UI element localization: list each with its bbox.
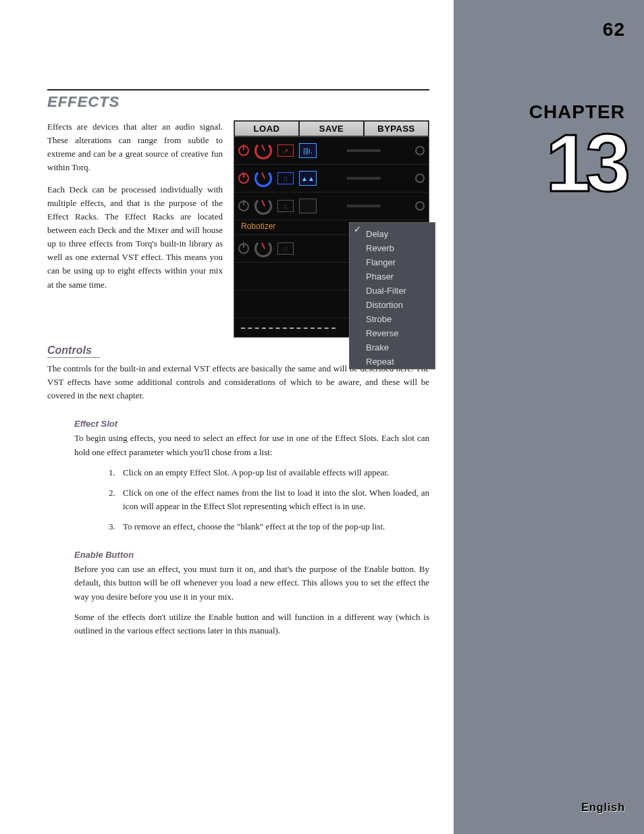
list-item: Click on one of the effect names from th… bbox=[117, 486, 429, 513]
list-item: To remove an effect, choose the "blank" … bbox=[117, 520, 429, 533]
tweak-bar[interactable] bbox=[347, 149, 381, 152]
ordered-steps: Click on an empty Effect Slot. A pop-up … bbox=[117, 466, 429, 534]
dropdown-item[interactable]: Flanger bbox=[350, 255, 435, 269]
route-icon[interactable]: ↗ bbox=[277, 145, 294, 157]
endcap-icon[interactable] bbox=[415, 174, 425, 183]
effect-slot[interactable]: |||ı. bbox=[299, 143, 317, 158]
route-icon[interactable]: ⎍ bbox=[277, 172, 294, 184]
chapter-number: 13 bbox=[529, 124, 625, 201]
dropdown-item[interactable]: Phaser bbox=[350, 269, 435, 284]
power-icon[interactable] bbox=[238, 243, 249, 254]
effect-slot-empty[interactable] bbox=[299, 199, 317, 213]
sidebar-top: 62 CHAPTER 13 bbox=[529, 19, 625, 201]
intro-text: Effects are devices that alter an audio … bbox=[47, 120, 223, 338]
dropdown-item[interactable]: Delay bbox=[350, 227, 435, 241]
dropdown-item[interactable]: Dual-Filter bbox=[350, 284, 435, 298]
save-button[interactable]: SAVE bbox=[299, 121, 364, 136]
route-icon[interactable]: ⎍ bbox=[277, 200, 294, 212]
chapter-block: CHAPTER 13 bbox=[529, 101, 625, 201]
list-item: Click on an empty Effect Slot. A pop-up … bbox=[117, 466, 429, 479]
paragraph: Some of the effects don't utilize the En… bbox=[74, 610, 429, 637]
tweak-bar[interactable] bbox=[347, 177, 381, 180]
paragraph: Each Deck can be processed individually … bbox=[47, 183, 223, 292]
tweak-bar[interactable] bbox=[347, 205, 381, 207]
subsection-heading: Controls bbox=[47, 344, 100, 358]
waveform-icon bbox=[241, 323, 336, 329]
power-icon[interactable] bbox=[238, 145, 249, 156]
load-button[interactable]: LOAD bbox=[234, 121, 299, 136]
effect-slot[interactable]: ▲▲ bbox=[299, 171, 317, 186]
endcap-icon[interactable] bbox=[415, 201, 425, 211]
section-title: EFFECTS bbox=[47, 93, 429, 111]
document-page: EFFECTS Effects are devices that alter a… bbox=[0, 0, 454, 834]
knob-icon[interactable] bbox=[254, 240, 272, 257]
effects-panel-figure: LOAD SAVE BYPASS ↗ |||ı. ⎍ ▲▲ bbox=[234, 120, 429, 338]
intro-row: Effects are devices that alter an audio … bbox=[47, 120, 429, 338]
page-number: 62 bbox=[529, 19, 625, 41]
dropdown-item[interactable]: Reverse bbox=[350, 326, 435, 340]
sidebar-column: 62 CHAPTER 13 English bbox=[454, 0, 644, 834]
fx-row-1: ↗ |||ı. bbox=[234, 137, 429, 165]
dropdown-item[interactable]: Distortion bbox=[350, 298, 435, 312]
endcap-icon[interactable] bbox=[415, 146, 425, 155]
minor-heading: Effect Slot bbox=[74, 419, 429, 429]
paragraph: Before you can use an effect, you must t… bbox=[74, 563, 429, 603]
knob-icon[interactable] bbox=[254, 170, 272, 187]
minor-heading: Enable Button bbox=[74, 550, 429, 560]
indented-block: Effect Slot To begin using effects, you … bbox=[74, 419, 429, 637]
language-label: English bbox=[581, 802, 625, 814]
bypass-button[interactable]: BYPASS bbox=[364, 121, 429, 136]
fx-row-2: ⎍ ▲▲ bbox=[234, 165, 429, 192]
paragraph: Effects are devices that alter an audio … bbox=[47, 120, 223, 175]
effects-dropdown[interactable]: Delay Reverb Flanger Phaser Dual-Filter … bbox=[349, 222, 435, 369]
paragraph: To begin using effects, you need to sele… bbox=[74, 432, 429, 459]
section-rule bbox=[47, 89, 429, 90]
fx-toolbar: LOAD SAVE BYPASS bbox=[234, 121, 429, 137]
dropdown-item[interactable]: Repeat bbox=[350, 355, 435, 369]
dropdown-item[interactable]: Brake bbox=[350, 340, 435, 355]
knob-icon[interactable] bbox=[254, 142, 272, 159]
power-icon[interactable] bbox=[238, 201, 249, 211]
dropdown-item[interactable]: Strobe bbox=[350, 312, 435, 326]
knob-icon[interactable] bbox=[254, 197, 272, 215]
power-icon[interactable] bbox=[238, 173, 249, 184]
fx-row-3: ⎍ bbox=[234, 192, 429, 220]
dropdown-item[interactable]: Reverb bbox=[350, 241, 435, 255]
route-icon[interactable]: ⎍ bbox=[277, 242, 294, 255]
